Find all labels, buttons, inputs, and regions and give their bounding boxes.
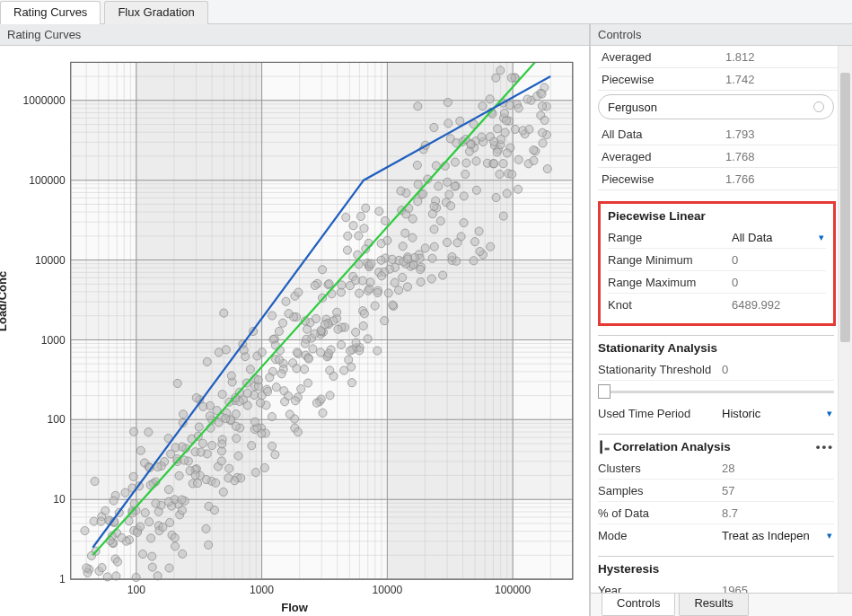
svg-point-550 <box>152 499 160 507</box>
svg-point-394 <box>493 148 501 156</box>
svg-point-371 <box>414 198 422 206</box>
svg-point-354 <box>251 468 259 476</box>
svg-point-584 <box>202 524 210 532</box>
svg-point-279 <box>220 309 228 317</box>
ferguson-label: Ferguson <box>608 101 813 114</box>
more-icon[interactable]: ••• <box>816 440 834 453</box>
tab-flux-gradation[interactable]: Flux Gradation <box>104 1 207 24</box>
svg-point-410 <box>224 474 233 482</box>
svg-point-384 <box>496 170 504 178</box>
svg-point-339 <box>444 178 452 186</box>
range-max-label: Range Maximum <box>608 276 732 289</box>
scroll-thumb[interactable] <box>840 73 850 342</box>
svg-point-545 <box>83 564 91 572</box>
svg-point-574 <box>352 339 360 347</box>
year-value[interactable]: 1965 <box>722 584 834 594</box>
svg-point-157 <box>347 379 356 387</box>
svg-point-453 <box>215 348 223 356</box>
stationarity-section: Stationarity Analysis Stationarity Thres… <box>598 335 834 425</box>
svg-point-223 <box>203 357 211 365</box>
svg-point-560 <box>208 441 216 449</box>
tab-controls[interactable]: Controls <box>602 594 675 616</box>
svg-point-519 <box>540 116 549 124</box>
stationarity-slider[interactable] <box>598 383 834 400</box>
slider-thumb[interactable] <box>598 384 610 399</box>
tab-results[interactable]: Results <box>679 594 748 616</box>
svg-point-460 <box>503 189 511 198</box>
svg-point-557 <box>324 349 332 357</box>
svg-point-365 <box>243 389 251 397</box>
svg-point-399 <box>219 488 227 496</box>
svg-point-454 <box>165 564 173 572</box>
svg-point-422 <box>460 192 468 200</box>
svg-point-511 <box>408 233 417 242</box>
svg-point-184 <box>373 347 382 355</box>
svg-point-289 <box>439 271 447 279</box>
svg-point-614 <box>490 137 498 145</box>
svg-point-427 <box>451 182 459 190</box>
svg-point-596 <box>97 517 105 525</box>
svg-point-310 <box>360 310 368 318</box>
chevron-down-icon[interactable]: ▾ <box>827 408 834 419</box>
svg-point-417 <box>451 158 459 166</box>
range-label: Range <box>608 231 732 244</box>
svg-point-491 <box>334 325 342 333</box>
right-bottom-tabs: Controls Results <box>591 593 852 616</box>
ferguson-pill[interactable]: Ferguson <box>598 94 834 119</box>
used-time-value[interactable]: Historic <box>722 407 827 420</box>
svg-point-485 <box>325 279 333 287</box>
svg-point-130 <box>352 328 360 336</box>
chart-area[interactable]: 1001000100001000001101001000100001000001… <box>0 46 589 616</box>
svg-point-607 <box>476 247 484 255</box>
svg-point-431 <box>285 310 293 318</box>
svg-point-452 <box>198 439 206 447</box>
tab-rating-curves[interactable]: Rating Curves <box>0 1 101 24</box>
chevron-down-icon[interactable]: ▾ <box>819 232 826 243</box>
svg-point-244 <box>399 242 407 251</box>
svg-point-326 <box>291 397 299 405</box>
stationarity-title: Stationarity Analysis <box>598 341 834 355</box>
range-min-label: Range Minimum <box>608 253 732 267</box>
averaged-value: 1.812 <box>725 50 850 64</box>
svg-point-604 <box>222 414 230 422</box>
right-pane-title: Controls <box>591 24 852 46</box>
svg-point-534 <box>197 448 205 456</box>
svg-point-432 <box>543 164 551 172</box>
svg-point-499 <box>337 340 345 348</box>
svg-point-458 <box>395 286 403 295</box>
svg-point-524 <box>272 383 280 392</box>
svg-point-224 <box>132 573 140 581</box>
svg-point-225 <box>344 232 352 240</box>
svg-text:10000: 10000 <box>373 584 403 596</box>
svg-point-334 <box>148 563 156 571</box>
svg-point-579 <box>514 155 523 163</box>
chevron-down-icon[interactable]: ▾ <box>827 530 834 541</box>
mode-value[interactable]: Treat as Indepen <box>722 529 827 542</box>
range-max-value[interactable]: 0 <box>732 276 826 289</box>
controls-scrollbar[interactable] <box>838 46 852 593</box>
svg-point-482 <box>539 128 547 136</box>
stationarity-threshold-label: Stationarity Threshold <box>598 363 722 376</box>
svg-point-589 <box>378 272 386 280</box>
svg-point-467 <box>326 366 334 374</box>
svg-point-434 <box>362 204 370 212</box>
svg-point-210 <box>113 558 121 566</box>
ferguson-piecewise-label: Piecewise <box>598 172 725 186</box>
knot-value[interactable]: 6489.992 <box>732 298 826 312</box>
svg-point-526 <box>503 149 511 157</box>
svg-text:1: 1 <box>59 573 66 585</box>
svg-point-609 <box>343 246 351 254</box>
svg-point-275 <box>154 572 162 580</box>
svg-point-376 <box>81 526 89 534</box>
svg-point-257 <box>340 366 348 374</box>
piecewise-linear-section: Piecewise Linear Range All Data ▾ Range … <box>598 201 836 326</box>
piecewise-linear-title: Piecewise Linear <box>608 209 826 223</box>
svg-point-237 <box>175 471 183 480</box>
svg-point-581 <box>321 321 329 329</box>
svg-point-474 <box>285 410 294 418</box>
range-min-value[interactable]: 0 <box>732 253 826 267</box>
svg-point-287 <box>300 365 308 374</box>
stationarity-threshold-value[interactable]: 0 <box>722 363 834 376</box>
svg-point-507 <box>317 348 325 356</box>
range-value[interactable]: All Data <box>732 231 819 244</box>
